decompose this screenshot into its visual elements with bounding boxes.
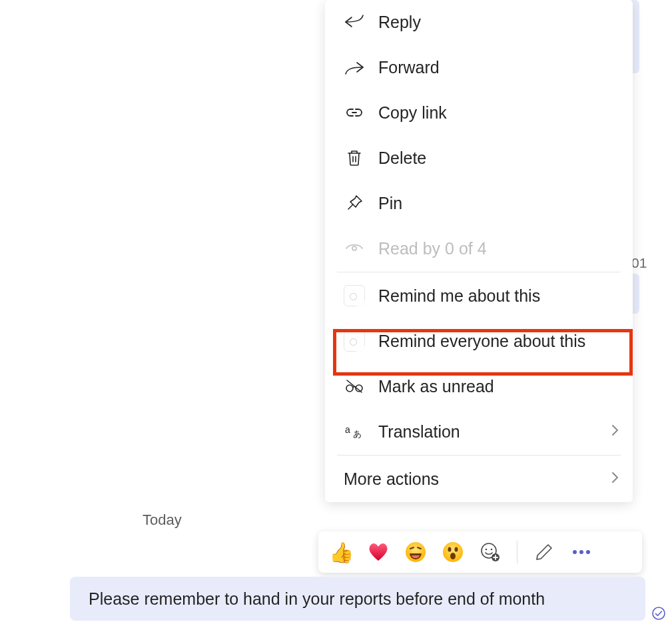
message-text: Please remember to hand in your reports … <box>89 589 545 609</box>
menu-translation[interactable]: a あ Translation <box>325 412 633 451</box>
svg-point-11 <box>486 549 488 551</box>
chevron-right-icon <box>610 470 619 487</box>
menu-copy-link-label: Copy link <box>378 105 447 121</box>
sent-status-icon <box>651 606 666 623</box>
partial-timestamp: 01 <box>631 255 647 271</box>
reaction-laugh[interactable] <box>404 540 428 564</box>
menu-mark-unread-label: Mark as unread <box>378 378 494 395</box>
date-separator: Today <box>143 511 182 529</box>
menu-read-by-label: Read by 0 of 4 <box>378 240 487 257</box>
svg-point-9 <box>450 553 456 559</box>
svg-text:a: a <box>345 424 350 435</box>
menu-more-actions-label: More actions <box>344 471 439 487</box>
menu-delete-label: Delete <box>378 150 426 166</box>
reply-icon <box>344 11 365 33</box>
reaction-thumbs-up[interactable]: 👍 <box>329 540 353 564</box>
menu-remind-me-label: Remind me about this <box>378 288 540 304</box>
translate-icon: a あ <box>344 421 365 442</box>
menu-mark-unread[interactable]: Mark as unread <box>325 367 633 406</box>
message-context-menu: Reply Forward Copy link <box>325 0 633 502</box>
menu-pin-label: Pin <box>378 195 402 212</box>
svg-point-12 <box>491 549 493 551</box>
menu-translation-label: Translation <box>378 424 460 440</box>
sent-message-bubble[interactable]: Please remember to hand in your reports … <box>70 577 645 621</box>
menu-reply-label: Reply <box>378 14 421 31</box>
svg-point-16 <box>586 550 590 554</box>
menu-forward-label: Forward <box>378 59 440 76</box>
menu-pin[interactable]: Pin <box>325 184 633 222</box>
menu-copy-link[interactable]: Copy link <box>325 93 633 132</box>
menu-divider <box>337 455 621 456</box>
menu-remind-everyone[interactable]: Remind everyone about this <box>325 322 633 360</box>
more-options-button[interactable] <box>569 540 593 564</box>
reminder-app-icon <box>344 285 365 306</box>
reaction-heart[interactable] <box>366 540 390 564</box>
glasses-off-icon <box>344 376 365 397</box>
menu-forward[interactable]: Forward <box>325 48 633 87</box>
svg-point-8 <box>455 547 458 552</box>
reaction-surprised[interactable] <box>441 540 465 564</box>
menu-remind-everyone-label: Remind everyone about this <box>378 333 585 350</box>
menu-read-by: Read by 0 of 4 <box>325 229 633 268</box>
menu-reply[interactable]: Reply <box>325 3 633 41</box>
reaction-add[interactable] <box>478 540 502 564</box>
menu-remind-me[interactable]: Remind me about this <box>325 276 633 315</box>
menu-delete[interactable]: Delete <box>325 139 633 177</box>
edit-message-button[interactable] <box>532 540 556 564</box>
svg-point-0 <box>352 246 356 250</box>
pin-icon <box>344 192 365 214</box>
toolbar-separator <box>517 541 517 563</box>
trash-icon <box>344 147 365 168</box>
chevron-right-icon <box>610 423 619 440</box>
svg-point-7 <box>448 547 452 552</box>
svg-point-1 <box>346 385 353 392</box>
svg-text:あ: あ <box>353 429 362 439</box>
svg-point-14 <box>573 550 577 554</box>
link-icon <box>344 102 365 123</box>
menu-divider <box>337 272 621 272</box>
svg-point-15 <box>579 550 583 554</box>
eye-icon <box>344 238 365 259</box>
reaction-toolbar: 👍 <box>318 531 642 573</box>
menu-more-actions[interactable]: More actions <box>325 460 633 498</box>
forward-icon <box>344 57 365 78</box>
reminder-app-icon <box>344 330 365 352</box>
svg-point-17 <box>653 607 665 619</box>
